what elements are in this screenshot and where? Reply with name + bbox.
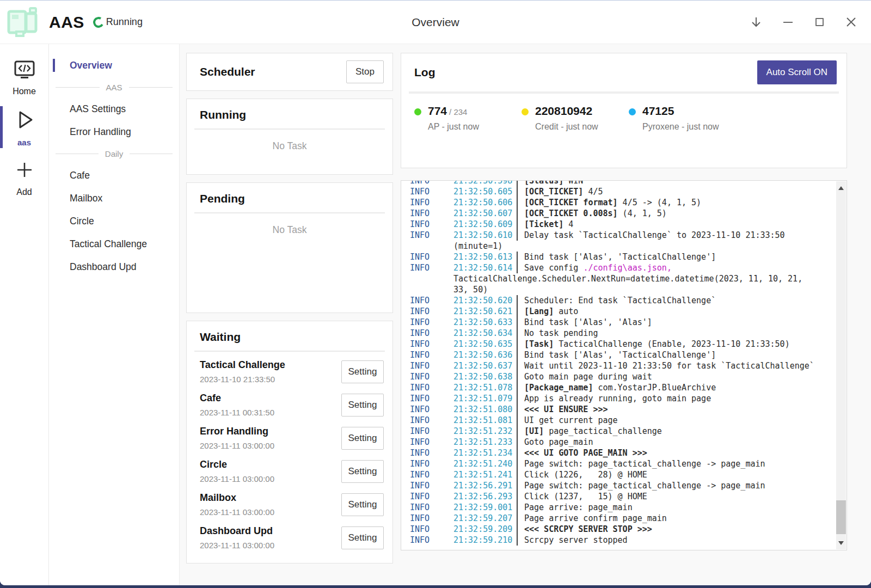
log-level: INFO [410,208,453,219]
nav-item-dashboard-upd[interactable]: Dashboard Upd [49,255,179,278]
status-text: Running [106,16,143,28]
scrollbar-thumb[interactable] [836,500,846,534]
rail-item-home[interactable]: Home [0,53,48,102]
nav-item-overview[interactable]: Overview [49,54,179,77]
log-level: INFO [410,491,453,502]
log-message: [UI] page_tactical_challenge [517,426,836,437]
log-level: INFO [410,371,453,382]
task-next-run: 2023-11-11 03:00:00 [200,507,274,517]
log-timestamp: 21:32:50.620 [453,295,517,306]
waiting-task-row: Error Handling 2023-11-11 03:00:00 Setti… [200,421,384,455]
log-level: INFO [410,415,453,426]
nav-item-tactical-challenge[interactable]: Tactical Challenge [49,232,179,255]
stat-label: Pyroxene - just now [642,122,719,132]
close-button[interactable] [845,16,857,28]
log-scrollbar[interactable] [836,181,846,549]
nav-item-aas-settings[interactable]: AAS Settings [49,97,179,120]
stat-value: 220810942 [535,105,592,117]
rail-item-add[interactable]: Add [0,152,48,203]
log-timestamp: 21:32:50.636 [453,350,517,360]
setting-button[interactable]: Setting [341,493,384,516]
log-message: Scrcpy server stopped [517,535,836,546]
scroll-up-icon[interactable] [836,183,846,193]
setting-button[interactable]: Setting [341,427,384,450]
log-level: INFO [410,230,453,241]
log-timestamp: 21:32:50.621 [453,306,517,317]
log-level: INFO [410,535,453,546]
log-line: INFO 21:32:51.232 [UI] page_tactical_cha… [410,426,836,437]
log-timestamp: 21:32:50.638 [453,371,517,382]
log-line: INFO 21:32:50.609 [Ticket] 4 [410,219,836,230]
log-message: UI get current page [517,415,836,426]
log-level: INFO [410,295,453,306]
log-line: INFO 21:32:51.081 UI get current page [410,415,836,426]
log-message: Bind task ['Alas', 'TacticalChallenge'] [517,252,836,262]
log-timestamp: 21:32:51.240 [453,458,517,469]
log-level: INFO [410,328,453,339]
log-message: Page switch: page_tactical_challenge -> … [517,458,836,469]
log-level: INFO [410,317,453,328]
log-level: INFO [410,181,453,186]
log-line: INFO 21:32:56.291 Page switch: page_tact… [410,480,836,491]
dashboard-stats: 774/ 234 AP - just now 220810942 Credit … [401,94,847,132]
log-timestamp: 21:32:59.209 [453,524,517,535]
setting-button[interactable]: Setting [341,460,384,483]
log-timestamp: 21:32:50.607 [453,208,517,219]
update-download-icon[interactable] [750,16,762,28]
setting-button[interactable]: Setting [341,394,384,416]
dashboard-stat: 774/ 234 AP - just now [414,105,522,132]
side-nav: Overview AAS AAS SettingsError Handling … [49,44,180,585]
log-message: Page arrive confirm page_main [517,513,836,524]
log-level: INFO [410,480,453,491]
nav-item-circle[interactable]: Circle [49,210,179,232]
nav-item-mailbox[interactable]: Mailbox [49,187,179,210]
task-name: Error Handling [200,426,274,437]
stat-label: Credit - just now [535,122,598,132]
nav-item-label: Tactical Challenge [70,238,147,250]
scroll-down-icon[interactable] [836,538,846,548]
log-line: INFO 21:32:50.621 [Lang] auto [410,306,836,317]
task-name: Tactical Challenge [200,359,285,371]
task-name: Circle [200,459,274,470]
log-timestamp: 21:32:51.232 [453,426,517,437]
nav-item-label: Overview [70,60,112,71]
log-line: INFO 21:32:50.606 [OCR_TICKET format] 4/… [410,197,836,208]
log-level: INFO [410,448,453,458]
log-message: Page switch: page_tactical_challenge -> … [517,480,836,491]
log-message: Wait until 2023-11-10 21:33:50 for task … [517,360,836,371]
log-line: INFO 21:32:51.240 Page switch: page_tact… [410,458,836,469]
maximize-button[interactable] [813,16,825,28]
log-line: INFO 21:32:51.234 <<< UI GOTO PAGE_MAIN … [410,448,836,458]
main-content: Scheduler Stop Running No Task Pending N… [180,44,871,585]
log-timestamp: 21:32:50.635 [453,339,517,350]
log-level: INFO [410,426,453,437]
nav-item-label: Circle [70,216,94,227]
stop-button[interactable]: Stop [346,60,384,83]
log-message: <<< UI ENSURE >>> [517,404,836,415]
log-line: INFO 21:32:50.633 Bind task ['Alas', 'Al… [410,317,836,328]
nav-item-error-handling[interactable]: Error Handling [49,120,179,143]
setting-button[interactable]: Setting [341,360,384,383]
log-line: INFO 21:32:59.001 Page arrive: page_main [410,502,836,513]
log-message: [OCR_TICKET 0.008s] (4, 1, 5) [517,208,836,219]
log-line: INFO 21:32:50.638 Goto main page during … [410,371,836,382]
log-timestamp: 21:32:50.633 [453,317,517,328]
dashboard-stat: 220810942 Credit - just now [522,105,629,132]
nav-item-cafe[interactable]: Cafe [49,164,179,187]
stat-dot-icon [414,108,421,115]
log-timestamp: 21:32:51.078 [453,382,517,393]
minimize-button[interactable] [782,16,794,28]
app-window: AAS Running Overview [0,0,871,585]
setting-button[interactable]: Setting [341,526,384,549]
rail-item-aas[interactable]: aas [0,102,48,152]
log-line: INFO 21:32:51.080 <<< UI ENSURE >>> [410,404,836,415]
task-next-run: 2023-11-11 03:00:00 [200,441,274,450]
app-name: AAS [49,13,84,32]
log-line: INFO 21:32:50.636 Bind task ['Alas', 'Ta… [410,350,836,360]
log-level: INFO [410,393,453,404]
running-title: Running [200,108,246,121]
auto-scroll-toggle[interactable]: Auto Scroll ON [757,60,837,84]
log-line: INFO 21:32:50.637 Wait until 2023-11-10 … [410,360,836,371]
log-level: INFO [410,186,453,197]
log-line: INFO 21:32:50.607 [OCR_TICKET 0.008s] (4… [410,208,836,219]
